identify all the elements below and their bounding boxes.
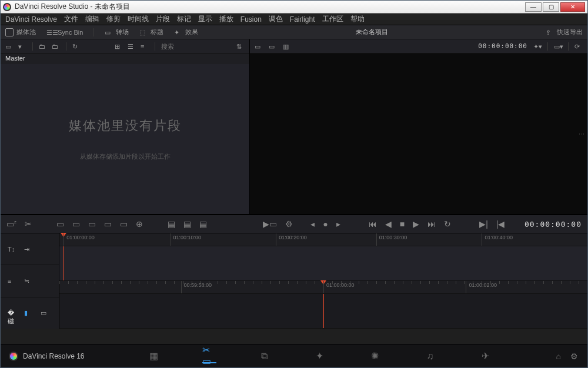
timeline-track-lower[interactable] xyxy=(59,294,587,329)
timeline-ruler-lower[interactable]: 00:59:58:0001:00:00:0001:00:02:00 xyxy=(59,281,587,294)
tl-tool-b2-icon[interactable]: ≒ xyxy=(24,277,32,285)
place-on-top-icon[interactable]: ▭ xyxy=(120,219,128,229)
marker-icon[interactable]: ● xyxy=(323,219,328,229)
refresh-icon[interactable]: ↻ xyxy=(72,43,81,50)
edit-toolbar: ▭z ✂ ▭ ▭ ▭ ▭ ▭ ⊕ ▤ ▤ ▤ ▶▭ ⚙ ◂ ● ▸ ⏮ ◀ ■ … xyxy=(1,215,587,233)
view-list-icon[interactable]: ≡ xyxy=(141,43,149,50)
menu-Fusion[interactable]: Fusion xyxy=(240,15,262,24)
empty-subtext: 从媒体存储添加片段以开始工作 xyxy=(80,152,171,161)
window-minimize-button[interactable]: — xyxy=(525,2,542,12)
viewer-layout-icon[interactable]: ▭▾ xyxy=(554,43,562,50)
boring-detector-icon[interactable]: ▭z xyxy=(6,219,16,229)
view-strip-icon[interactable]: ☰ xyxy=(128,43,136,50)
import-dropdown-icon[interactable]: ▾ xyxy=(18,43,26,50)
menu-显示[interactable]: 显示 xyxy=(198,14,212,24)
marker-tool-icon[interactable]: ▮ xyxy=(24,309,32,316)
empty-heading: 媒体池里没有片段 xyxy=(69,117,182,135)
toolbar-title[interactable]: ⬚ 标题 xyxy=(139,28,163,36)
next-marker-icon[interactable]: ▸ xyxy=(336,219,340,229)
page-bar: DaVinci Resolve 16 ▦ ✂▭ ⧉ ✦ ✺ ♫ ✈ ⌂ ⚙ xyxy=(1,344,587,367)
title-icon: ⬚ xyxy=(139,29,148,36)
product-label: DaVinci Resolve 16 xyxy=(23,352,85,360)
search-input[interactable] xyxy=(161,43,202,50)
home-icon[interactable]: ⌂ xyxy=(556,352,561,361)
menu-Fairlight[interactable]: Fairlight xyxy=(290,15,315,24)
viewer-mode-b-icon[interactable]: ▭ xyxy=(269,43,277,50)
ruler-tick: 01:00:30:00 xyxy=(376,233,410,246)
toolbar-quick-export[interactable]: ⇪ 快速导出 xyxy=(546,28,583,36)
view-thumb-icon[interactable]: ⊞ xyxy=(115,43,123,50)
ruler-tick: 01:00:10:00 xyxy=(171,233,204,246)
folder-add-icon[interactable]: 🗀 xyxy=(52,43,60,50)
play-icon[interactable]: ▶ xyxy=(413,219,419,229)
ruler-tick: 01:00:00:00 xyxy=(323,281,357,293)
viewer-side-controls[interactable]: ⋮ xyxy=(579,131,585,137)
source-overwrite-icon[interactable]: ⊕ xyxy=(136,219,143,229)
menu-DaVinci Resolve[interactable]: DaVinci Resolve xyxy=(5,15,57,24)
menu-工作区[interactable]: 工作区 xyxy=(322,14,343,24)
page-deliver[interactable]: ✈ xyxy=(479,349,493,363)
import-icon[interactable]: ▭ xyxy=(5,43,14,50)
viewer-display[interactable]: ⋮ xyxy=(250,53,587,214)
toolbar-transition[interactable]: ▭ 转场 xyxy=(105,28,129,36)
ruler-tick: 01:00:00:00 xyxy=(64,233,97,246)
window-maximize-button[interactable]: ▢ xyxy=(543,2,559,12)
viewer-tools-icon[interactable]: ✦▾ xyxy=(533,43,542,50)
menu-文件[interactable]: 文件 xyxy=(64,14,78,24)
go-end-icon[interactable]: ⏭ xyxy=(427,219,436,229)
tl-tool-a2-icon[interactable]: ⇥ xyxy=(24,246,32,253)
options-icon[interactable]: ⚙ xyxy=(285,219,293,229)
ruler-tick: 01:00:20:00 xyxy=(276,233,309,246)
step-back-icon[interactable]: ◀ xyxy=(385,219,392,229)
snap-icon[interactable]: �磁 xyxy=(8,309,16,316)
menu-调色[interactable]: 调色 xyxy=(269,14,283,24)
viewer-mode-a-icon[interactable]: ▭ xyxy=(255,43,263,50)
jog-back-icon[interactable]: |◀ xyxy=(496,219,505,229)
jog-fwd-icon[interactable]: ▶| xyxy=(479,219,488,229)
media-pool-panel: ▭ ▾ 🗀 🗀 ↻ ⊞ ☰ ≡ ⇅ xyxy=(1,39,250,214)
tool-c-icon[interactable]: ▤ xyxy=(199,219,207,229)
toolbar-media-pool[interactable]: 媒体池 xyxy=(5,28,36,36)
playhead-lower-line xyxy=(323,294,324,328)
timeline-left-tools: T↕ ⇥ ≡ ≒ �磁 ▮ ▭ xyxy=(1,233,59,329)
page-cut[interactable]: ✂▭ xyxy=(202,349,216,363)
page-fairlight[interactable]: ♫ xyxy=(423,349,437,363)
stop-icon[interactable]: ■ xyxy=(400,219,405,229)
timeline-track-upper[interactable] xyxy=(59,246,587,281)
sort-icon[interactable]: ⇅ xyxy=(236,43,245,50)
menu-帮助[interactable]: 帮助 xyxy=(350,14,365,24)
closeup-icon[interactable]: ▭ xyxy=(104,219,112,229)
tool-b-icon[interactable]: ▤ xyxy=(183,219,191,229)
window-close-button[interactable]: ✕ xyxy=(560,2,585,12)
page-edit[interactable]: ⧉ xyxy=(258,349,272,363)
transition-tool-icon[interactable]: ▶▭ xyxy=(263,219,277,229)
page-color[interactable]: ✺ xyxy=(368,349,382,363)
append-icon[interactable]: ▭ xyxy=(72,219,80,229)
cut-icon[interactable]: ✂ xyxy=(25,219,32,229)
loop-icon[interactable]: ↻ xyxy=(444,219,451,229)
ripple-overwrite-icon[interactable]: ▭ xyxy=(88,219,96,229)
viewer-expand-icon[interactable]: ⟳ xyxy=(574,43,583,50)
menu-播放[interactable]: 播放 xyxy=(219,14,233,24)
page-media[interactable]: ▦ xyxy=(147,349,161,363)
prev-marker-icon[interactable]: ◂ xyxy=(310,219,315,229)
menu-编辑[interactable]: 编辑 xyxy=(85,14,99,24)
timeline-ruler-upper[interactable]: 01:00:00:0001:00:10:0001:00:20:0001:00:3… xyxy=(59,233,587,246)
settings-icon[interactable]: ⚙ xyxy=(570,352,578,361)
smart-insert-icon[interactable]: ▭ xyxy=(56,219,64,229)
tl-tool-a1-icon[interactable]: T↕ xyxy=(8,246,16,253)
folder-icon[interactable]: 🗀 xyxy=(39,43,47,50)
tl-tool-b1-icon[interactable]: ≡ xyxy=(8,277,16,285)
bin-master[interactable]: Master xyxy=(1,53,249,64)
menu-修剪[interactable]: 修剪 xyxy=(106,14,121,24)
tool-a-icon[interactable]: ▤ xyxy=(168,219,175,229)
viewer-mode-c-icon[interactable]: ▥ xyxy=(283,43,291,50)
go-start-icon[interactable]: ⏮ xyxy=(369,219,377,229)
toolbar-sync-bin[interactable]: ☰☰ Sync Bin xyxy=(46,29,83,36)
menu-标记[interactable]: 标记 xyxy=(177,14,191,24)
flag-icon[interactable]: ▭ xyxy=(41,309,49,316)
menu-时间线[interactable]: 时间线 xyxy=(128,14,149,24)
toolbar-effect[interactable]: ✦ 效果 xyxy=(174,28,198,36)
menu-片段[interactable]: 片段 xyxy=(156,14,170,24)
page-fusion[interactable]: ✦ xyxy=(313,349,327,363)
